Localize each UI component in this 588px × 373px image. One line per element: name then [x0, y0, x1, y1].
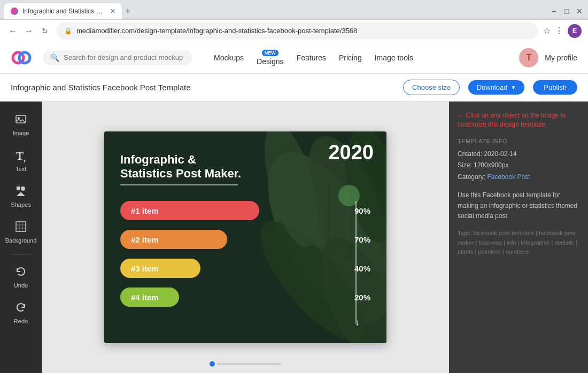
title-bar: Infographic and Statistics Facebo ✕ + − … — [0, 0, 588, 19]
close-button[interactable]: ✕ — [575, 7, 584, 15]
sidebar-item-redo[interactable]: Redo — [3, 296, 39, 330]
new-tab-button[interactable]: + — [125, 6, 131, 16]
canvas-title-underline — [120, 184, 238, 185]
canvas-title-line1: Infographic & — [120, 153, 241, 167]
tags-values: facebook post template | facebook post m… — [458, 230, 577, 255]
new-badge: NEW — [262, 50, 278, 56]
category-link[interactable]: Facebook Post — [487, 173, 530, 181]
canvas-area: 2020 Infographic & Statistics Post Maker… — [42, 102, 449, 373]
bar-row-2: #2 item 70% — [120, 230, 370, 249]
minimize-button[interactable]: − — [550, 7, 558, 15]
template-description: Use this Facebook post template for maki… — [458, 190, 579, 221]
bar-1[interactable]: #1 item — [120, 201, 259, 220]
background-icon — [15, 221, 27, 235]
download-dropdown-icon: ▼ — [510, 84, 516, 90]
undo-icon — [15, 266, 27, 280]
size-text: Size: 1200x900px — [458, 160, 579, 172]
search-bar[interactable]: 🔍 — [43, 50, 192, 65]
shapes-icon — [15, 185, 27, 199]
lock-icon: 🔒 — [64, 27, 72, 35]
sidebar-item-background[interactable]: Background — [3, 215, 39, 249]
template-info-label: Template info — [458, 138, 579, 144]
bar-2[interactable]: #2 item — [120, 230, 227, 249]
page-title-bar: Infographic and Statistics Facebook Post… — [0, 74, 588, 102]
sidebar-label-undo: Undo — [14, 282, 28, 289]
scroll-track — [217, 363, 281, 365]
main-layout: Image Tr Text Shapes Backgr — [0, 102, 588, 373]
bar-4[interactable]: #4 item — [120, 287, 179, 307]
logo[interactable] — [11, 47, 32, 68]
canvas-year: 2020 — [328, 141, 374, 164]
redo-icon — [15, 301, 27, 316]
address-bar: ← → ↻ 🔒 mediamodifier.com/design-templat… — [0, 19, 588, 42]
sidebar-label-shapes: Shapes — [11, 201, 30, 208]
sidebar-label-redo: Redo — [14, 318, 28, 324]
tab-favicon — [11, 7, 18, 15]
sidebar-item-shapes[interactable]: Shapes — [3, 180, 39, 213]
canvas-title-line2: Statistics Post Maker. — [120, 167, 241, 181]
url-bar[interactable]: 🔒 mediamodifier.com/design-template/info… — [57, 22, 538, 40]
nav-pricing[interactable]: Pricing — [339, 53, 362, 62]
download-button[interactable]: Download ▼ — [468, 80, 525, 95]
my-profile-link[interactable]: My profile — [545, 53, 577, 62]
nav-designs-wrapper: NEW Designs — [257, 50, 284, 66]
choose-size-button[interactable]: Choose size — [403, 80, 460, 95]
browser-chrome: Infographic and Statistics Facebo ✕ + − … — [0, 0, 588, 42]
design-canvas[interactable]: 2020 Infographic & Statistics Post Maker… — [104, 131, 386, 343]
sidebar-label-image: Image — [13, 130, 29, 136]
maximize-button[interactable]: □ — [562, 7, 571, 15]
hint-text: ← Click on any object on the image to cu… — [458, 111, 579, 129]
main-nav: Mockups NEW Designs Features Pricing Ima… — [214, 50, 413, 66]
search-icon: 🔍 — [50, 53, 59, 62]
bar-row-1: #1 item 90% — [120, 201, 370, 220]
url-text: mediamodifier.com/design-template/infogr… — [76, 27, 530, 35]
tags-text: Tags: facebook post template | facebook … — [458, 229, 579, 257]
nav-image-tools[interactable]: Image tools — [375, 53, 413, 62]
category-row: Category: Facebook Post — [458, 172, 579, 183]
created-text: Created: 2020-02-14 — [458, 149, 579, 160]
left-sidebar: Image Tr Text Shapes Backgr — [0, 102, 42, 373]
search-input[interactable] — [64, 53, 185, 61]
nav-buttons: ← → ↻ — [6, 25, 51, 37]
bookmark-button[interactable]: ☆ — [543, 26, 551, 36]
tab-close-btn[interactable]: ✕ — [110, 7, 115, 15]
browser-actions: ☆ ⋮ E — [543, 24, 582, 38]
svg-rect-4 — [17, 187, 20, 190]
menu-button[interactable]: ⋮ — [555, 26, 563, 36]
tab-title: Infographic and Statistics Facebo — [22, 7, 106, 15]
sidebar-divider — [10, 254, 32, 255]
vertical-line — [355, 201, 357, 324]
nav-mockups[interactable]: Mockups — [214, 53, 244, 62]
image-icon — [15, 113, 27, 128]
canvas-title: Infographic & Statistics Post Maker. — [120, 153, 241, 185]
logo-icon — [11, 47, 32, 68]
browser-profile[interactable]: E — [568, 24, 582, 38]
window-controls: − □ ✕ — [550, 7, 584, 15]
text-icon: Tr — [16, 149, 26, 164]
back-button[interactable]: ← — [6, 25, 19, 37]
svg-point-5 — [21, 187, 25, 191]
active-tab[interactable]: Infographic and Statistics Facebo ✕ — [4, 3, 122, 19]
category-label: Category: — [458, 173, 485, 181]
scroll-dot — [210, 361, 215, 367]
bar-pct-3: 40% — [354, 264, 370, 273]
bar-pct-4: 20% — [354, 293, 370, 302]
scroll-indicator — [210, 361, 281, 367]
publish-button[interactable]: Publish — [533, 80, 577, 95]
nav-designs[interactable]: Designs — [257, 57, 284, 66]
sidebar-item-image[interactable]: Image — [3, 108, 39, 142]
header-actions: T My profile — [519, 48, 577, 67]
bar-3[interactable]: #3 item — [120, 259, 200, 278]
bar-pct-2: 70% — [354, 235, 370, 244]
arrow-down-icon: ↓ — [355, 317, 360, 328]
sidebar-item-text[interactable]: Tr Text — [3, 144, 39, 177]
reload-button[interactable]: ↻ — [38, 25, 51, 37]
right-sidebar: ← Click on any object on the image to cu… — [449, 102, 588, 373]
sidebar-item-undo[interactable]: Undo — [3, 260, 39, 294]
forward-button[interactable]: → — [22, 25, 35, 37]
sidebar-label-text: Text — [16, 166, 26, 172]
nav-features[interactable]: Features — [297, 53, 326, 62]
canvas-bars: #1 item 90% #2 item 70% #3 item 40% #4 i… — [120, 201, 370, 307]
bar-row-4: #4 item 20% — [120, 287, 370, 307]
user-avatar: T — [519, 48, 538, 67]
